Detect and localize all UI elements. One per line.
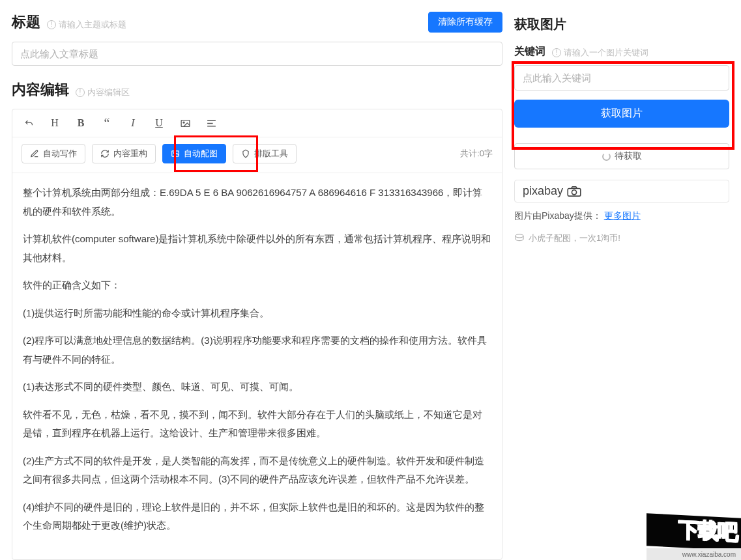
undo-icon[interactable] (22, 116, 36, 130)
image-panel-heading: 获取图片 (514, 16, 729, 33)
article-paragraph: 计算机软件(computer software)是指计算机系统中除硬件以外的所有… (23, 230, 491, 267)
coin-note: 小虎子配图，一次1淘币! (514, 232, 729, 244)
info-icon: ! (552, 48, 561, 57)
article-paragraph: (2)程序可以满意地处理信息的数据结构。(3)说明程序功能要求和程序需要的文档的… (23, 331, 491, 369)
content-edit-hint: ! 内容编辑区 (76, 87, 130, 98)
format-toolbar: H B “ I U (12, 109, 502, 137)
title-hint: ! 请输入主题或标题 (47, 19, 126, 31)
align-left-button[interactable] (204, 116, 218, 130)
auto-write-button[interactable]: 自动写作 (22, 144, 85, 163)
pending-status-button[interactable]: 待获取 (514, 143, 729, 169)
word-count: 共计:0字 (460, 148, 493, 160)
layout-tool-button[interactable]: 排版工具 (233, 144, 297, 163)
article-paragraph: 软件的正确含义如下： (23, 276, 491, 295)
camera-icon (567, 186, 581, 197)
info-icon: ! (76, 88, 85, 97)
svg-point-9 (516, 234, 523, 237)
coin-icon (514, 233, 525, 244)
clear-cache-button[interactable]: 清除所有缓存 (428, 12, 502, 33)
editor-container: H B “ I U 自动写作 (12, 109, 502, 560)
editor-body[interactable]: 整个计算机系统由两部分组成：E.69DA 5 E 6 BA 9062616964… (12, 173, 502, 559)
restructure-button[interactable]: 内容重构 (92, 144, 156, 163)
quote-button[interactable]: “ (100, 116, 114, 130)
fetch-image-button[interactable]: 获取图片 (514, 100, 729, 128)
italic-button[interactable]: I (126, 116, 140, 130)
article-paragraph: 软件看不见，无色，枯燥，看不见，摸不到，闻不到。软件大部分存在于人们的头脑或纸上… (23, 406, 491, 443)
keyword-input[interactable] (514, 65, 729, 91)
auto-image-button[interactable]: 自动配图 (162, 144, 226, 163)
title-heading-row: 标题 ! 请输入主题或标题 清除所有缓存 (12, 12, 502, 33)
more-images-link[interactable]: 更多图片 (604, 210, 641, 221)
image-button[interactable] (178, 116, 192, 130)
pixabay-badge: pixabay (514, 180, 729, 203)
pixabay-credit: 图片由Pixabay提供： 更多图片 (514, 210, 729, 222)
content-heading-row: 内容编辑 ! 内容编辑区 (12, 80, 502, 100)
article-paragraph: (1)提供运行时所需功能和性能的命令或计算机程序集合。 (23, 304, 491, 323)
spinner-icon (602, 152, 611, 161)
underline-button[interactable]: U (152, 116, 166, 130)
title-label: 标题 (12, 12, 40, 32)
svg-point-1 (182, 122, 184, 123)
action-toolbar: 自动写作 内容重构 自动配图 排版工具 共计:0字 (12, 137, 502, 173)
article-paragraph: (2)生产方式不同的软件是开发，是人类智能的高发挥，而不是传统意义上的硬件制造。… (23, 452, 491, 489)
article-paragraph: 整个计算机系统由两部分组成：E.69DA 5 E 6 BA 9062616964… (23, 184, 491, 221)
svg-rect-0 (181, 120, 190, 126)
article-paragraph: (1)表达形式不同的硬件类型、颜色、味道、可见、可摸、可闻。 (23, 378, 491, 397)
bold-button[interactable]: B (74, 116, 88, 130)
svg-point-6 (173, 152, 175, 154)
info-icon: ! (47, 20, 56, 29)
heading-button[interactable]: H (48, 116, 62, 130)
keyword-hint: ! 请输入一个图片关键词 (552, 47, 648, 59)
article-paragraph: (4)维护不同的硬件是旧的，理论上软件是旧的，并不坏，但实际上软件也是旧的和坏的… (23, 498, 491, 535)
svg-point-8 (572, 189, 576, 194)
keyword-label: 关键词 (514, 45, 545, 59)
article-title-input[interactable] (12, 42, 502, 66)
content-edit-label: 内容编辑 (12, 80, 69, 100)
